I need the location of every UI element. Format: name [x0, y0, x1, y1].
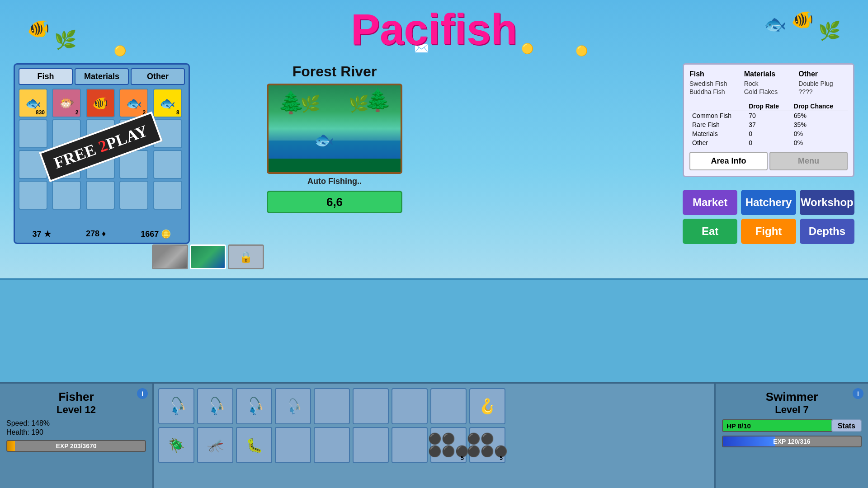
swimmer-exp-bar: EXP 120/316 — [722, 436, 862, 447]
inv-cell-3[interactable]: 🐟 2 — [119, 89, 148, 117]
area-thumb-2[interactable] — [190, 244, 226, 269]
tab-materials[interactable]: Materials — [75, 68, 129, 85]
fisher-panel: i Fisher Level 12 Speed: 148% Health: 19… — [0, 384, 154, 488]
center-area: Forest River 🌲 🌲 🌿 🌿 🐟 Auto Fishing.. 6,… — [199, 63, 470, 213]
equip-rod-4[interactable]: 🎣 — [275, 388, 311, 424]
tab-fish[interactable]: Fish — [19, 68, 73, 85]
equip-dots-2[interactable]: ⚫⚫⚫⚫⚫ 5 — [469, 427, 505, 463]
stats-button[interactable]: Stats — [831, 419, 862, 432]
fish-col-header: Fish — [689, 70, 739, 78]
inv-cell-18[interactable] — [119, 181, 148, 210]
thumb-img-forest — [191, 246, 225, 268]
swimmer-info-icon[interactable]: i — [853, 388, 863, 399]
inventory-tabs: Fish Materials Other — [19, 68, 185, 85]
hook-icon: 🪝 — [478, 398, 496, 415]
equip-empty-2[interactable] — [353, 388, 389, 424]
drop-rate-table: Drop Rate Drop Chance Common Fish 70 65%… — [689, 102, 848, 147]
game-title: Pacifish — [351, 5, 517, 54]
info-panel-tabs: Area Info Menu — [689, 152, 848, 170]
tab-other[interactable]: Other — [131, 68, 185, 85]
inv-cell-0[interactable]: 🐟 830 — [19, 89, 47, 117]
other-item-1: ???? — [798, 88, 848, 95]
bottom-bar: i Fisher Level 12 Speed: 148% Health: 19… — [0, 382, 868, 488]
fish-emoji-1: 🐡 — [59, 96, 75, 111]
drop-row-other: Other 0 0% — [689, 138, 848, 147]
equip-empty-7[interactable] — [353, 427, 389, 463]
inv-cell-5[interactable] — [19, 119, 47, 148]
inv-stats: 37 ★ 278 ♦ 1667 🪙 — [15, 229, 189, 239]
fisher-speed: Speed: 148% — [6, 419, 146, 427]
depths-button[interactable]: Depths — [800, 219, 854, 244]
equip-empty-3[interactable] — [392, 388, 428, 424]
dots-2-count: 5 — [500, 455, 503, 461]
inv-cell-15[interactable] — [19, 181, 47, 210]
drop-row-common: Common Fish 70 65% — [689, 111, 848, 121]
deco-fish-3: 🐟 — [764, 14, 787, 35]
thumb-img-rocky — [153, 246, 187, 268]
other-col: Other Double Plug ???? — [798, 70, 848, 96]
eat-button[interactable]: Eat — [683, 219, 737, 244]
equip-empty-8[interactable] — [392, 427, 428, 463]
equip-rod-2[interactable]: 🎣 — [197, 388, 233, 424]
swimmer-title: Swimmer — [722, 390, 862, 404]
coin-deco-1: 🟡 — [114, 45, 126, 57]
fish-emoji-2: 🐠 — [92, 96, 108, 111]
inv-diamonds: 278 ♦ — [86, 229, 106, 239]
inv-cell-16[interactable] — [52, 181, 81, 210]
fish-in-water: 🐟 — [314, 131, 334, 150]
fight-button[interactable]: Fight — [741, 219, 796, 244]
area-thumb-locked[interactable]: 🔒 — [228, 244, 264, 269]
fishing-status: Auto Fishing.. — [307, 177, 362, 186]
drop-rate-rare: 37 — [746, 120, 791, 129]
inv-cell-19[interactable] — [153, 181, 182, 210]
other-item-0: Double Plug — [798, 80, 848, 87]
swimmer-level: Level 7 — [722, 404, 862, 416]
fish-emoji-3: 🐟 — [126, 96, 142, 111]
dots-1-icon: ⚫⚫⚫⚫⚫ — [428, 432, 469, 458]
coin-deco-2: 🟡 — [521, 43, 533, 55]
drop-row-materials: Materials 0 0% — [689, 129, 848, 138]
deco-fish-2: 🌿 — [54, 29, 77, 51]
fisher-info-icon[interactable]: i — [137, 388, 148, 399]
equip-empty-4[interactable] — [430, 388, 467, 424]
tab-area-info[interactable]: Area Info — [689, 152, 768, 170]
rod-2-icon: 🎣 — [203, 394, 227, 418]
drop-chance-rare: 35% — [791, 120, 848, 129]
inv-cell-1[interactable]: 🐡 2 — [52, 89, 81, 117]
fishing-bar: 6,6 — [267, 191, 402, 213]
coin-deco-3: 🟡 — [576, 45, 588, 57]
fish-emoji-0: 🐟 — [25, 96, 41, 111]
equip-rod-1[interactable]: 🎣 — [158, 388, 194, 424]
workshop-button[interactable]: Workshop — [800, 190, 854, 215]
fisher-health: Health: 190 — [6, 428, 146, 436]
lure-icon: 🐛 — [246, 437, 263, 453]
equip-empty-5[interactable] — [275, 427, 311, 463]
inv-cell-2[interactable]: 🐠 — [86, 89, 115, 117]
equip-lure[interactable]: 🐛 — [236, 427, 272, 463]
market-button[interactable]: Market — [683, 190, 737, 215]
info-panel: Fish Swedish Fish Buddha Fish Materials … — [683, 63, 854, 177]
drop-rate-common: 70 — [746, 111, 791, 121]
area-thumb-1[interactable] — [152, 244, 188, 269]
dots-2-icon: ⚫⚫⚫⚫⚫ — [467, 432, 508, 458]
f2p-2: 2 — [96, 136, 110, 156]
equip-dots-1[interactable]: ⚫⚫⚫⚫⚫ 5 — [430, 427, 467, 463]
equip-rod-3[interactable]: 🎣 — [236, 388, 272, 424]
equip-empty-1[interactable] — [314, 388, 350, 424]
inv-cell-4[interactable]: 🐟 8 — [153, 89, 182, 117]
tab-menu[interactable]: Menu — [769, 152, 848, 170]
inv-cell-14[interactable] — [153, 150, 182, 179]
hatchery-button[interactable]: Hatchery — [741, 190, 796, 215]
equip-bait-1[interactable]: 🪲 — [158, 427, 194, 463]
equip-bait-2[interactable]: 🦟 — [197, 427, 233, 463]
fish-item-1: Buddha Fish — [689, 88, 739, 95]
inv-cell-17[interactable] — [86, 181, 115, 210]
drop-rate-other: 0 — [746, 138, 791, 147]
drop-name-other: Other — [689, 138, 746, 147]
fisher-level: Level 12 — [6, 404, 146, 416]
fisher-title: Fisher — [6, 390, 146, 404]
equip-empty-6[interactable] — [314, 427, 350, 463]
col-drop-chance: Drop Chance — [791, 102, 848, 111]
col-drop-rate: Drop Rate — [746, 102, 791, 111]
equip-hook[interactable]: 🪝 — [469, 388, 505, 424]
